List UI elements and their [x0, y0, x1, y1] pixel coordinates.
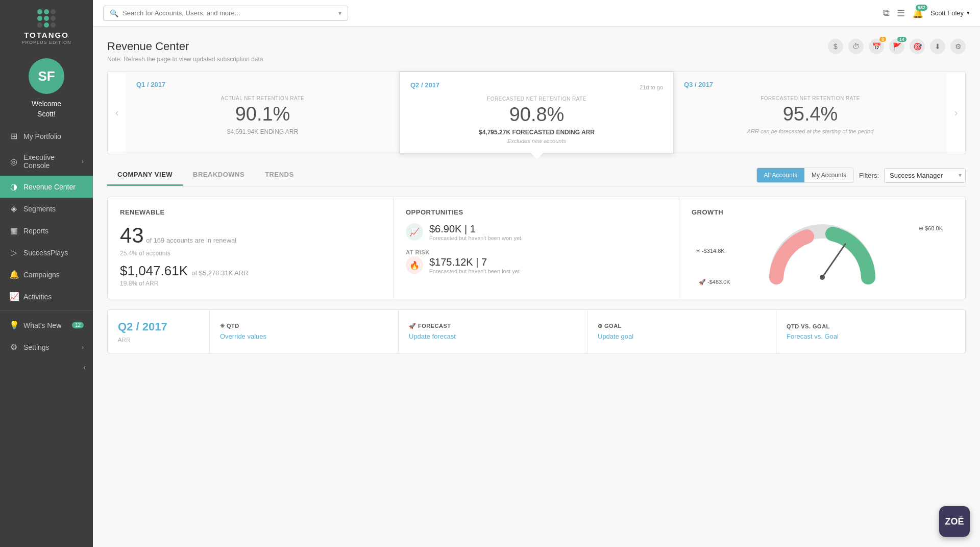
page-header: Revenue Center $ ⏱ 📅8 🚩14 🎯 ⬇ ⚙ Note: Re…: [107, 39, 966, 63]
user-name: Scott Foley: [930, 9, 964, 17]
dot6: [51, 16, 56, 21]
quarter-card-q2[interactable]: Q2 / 2017 21d to go FORECASTED NET RETEN…: [400, 72, 674, 154]
at-risk-row: 🔥 $175.12K | 7 Forecasted but haven't be…: [406, 256, 667, 274]
filter-select-wrap: Success Manager: [884, 168, 966, 183]
tab-breakdowns[interactable]: BREAKDOWNS: [183, 164, 255, 186]
chevron-right-icon: ›: [82, 158, 84, 165]
prev-quarter-button[interactable]: ‹: [108, 72, 126, 154]
renewable-count: 43: [120, 223, 144, 247]
welcome-text: Welcome Scott!: [32, 99, 61, 119]
dot9: [51, 22, 56, 28]
forecast-action[interactable]: Update forecast: [409, 332, 456, 340]
sidebar-item-activities[interactable]: 📈 Activities: [0, 286, 93, 307]
sidebar-item-label: Revenue Center: [23, 183, 84, 191]
all-accounts-button[interactable]: All Accounts: [757, 168, 804, 182]
settings-gear-icon[interactable]: ⚙: [950, 39, 966, 54]
dot4: [37, 16, 42, 21]
metrics-grid: RENEWABLE 43 of 169 accounts are in rene…: [107, 197, 966, 299]
new-tab-icon[interactable]: ⧉: [883, 8, 890, 18]
notification-icon[interactable]: 🔔 982: [912, 8, 923, 19]
opportunity-info: $6.90K | 1 Forecasted but haven't been w…: [429, 223, 521, 241]
quarter-cards: Q1 / 2017 ACTUAL NET RETENTION RATE 90.1…: [126, 72, 947, 154]
quarter-card-q3[interactable]: Q3 / 2017 FORECASTED NET RETENTION RATE …: [674, 72, 947, 154]
at-risk-value: $175.12K | 7: [429, 256, 520, 268]
executive-icon: ◎: [9, 157, 18, 167]
activities-icon: 📈: [9, 292, 18, 301]
sidebar-item-label: Activities: [23, 293, 84, 301]
renewable-count-row: 43 of 169 accounts are in renewal: [120, 223, 381, 248]
sidebar-collapse-button[interactable]: ‹: [0, 358, 93, 376]
topbar-icons: ⧉ ☰ 🔔 982 Scott Foley ▾: [883, 8, 970, 19]
flag-icon[interactable]: 🚩14: [889, 39, 904, 54]
vs-label: QTD VS. GOAL: [787, 323, 830, 329]
vs-action[interactable]: Forecast vs. Goal: [787, 332, 839, 340]
q2-arrow-down: [531, 153, 543, 159]
at-risk-info: $175.12K | 7 Forecasted but haven't been…: [429, 256, 520, 274]
logo-subtitle: PROPLUS EDITION: [21, 40, 71, 45]
tab-company-view[interactable]: COMPANY VIEW: [107, 164, 183, 186]
avatar: SF: [29, 58, 64, 94]
page-title-text: Revenue Center: [107, 40, 189, 53]
q3-arr-note: ARR can be forecasted at the starting of…: [684, 128, 937, 134]
search-box[interactable]: 🔍 ▾: [103, 6, 348, 21]
nav-items: ⊞ My Portfolio ◎ Executive Console › ◑ R…: [0, 125, 93, 547]
search-icon: 🔍: [110, 9, 118, 17]
sidebar-item-revenue[interactable]: ◑ Revenue Center: [0, 176, 93, 198]
whatsnew-icon: 💡: [9, 320, 18, 330]
q2-arr: $4,795.27K FORECASTED ENDING ARR: [410, 129, 663, 136]
dot8: [44, 22, 49, 28]
dot7: [37, 22, 42, 28]
sidebar-item-successplays[interactable]: ▷ SuccessPlays: [0, 242, 93, 264]
renewable-count-sub: 25.4% of accounts: [120, 250, 381, 257]
opportunity-note: Forecasted but haven't been won yet: [429, 235, 521, 241]
q3-rate-value: 95.4%: [684, 103, 937, 125]
zoe-button[interactable]: ZOĒ: [939, 506, 970, 537]
growth-gauge: ⊕ $60.0K ✳ -$314.8K 🚀 -$483.0K: [692, 221, 953, 288]
sidebar-item-whatsnew[interactable]: 💡 What's New 12: [0, 314, 93, 336]
q2-arr-note: Excludes new accounts: [410, 138, 663, 144]
dollar-icon[interactable]: $: [828, 39, 843, 54]
successplays-icon: ▷: [9, 248, 18, 257]
account-toggle: All Accounts My Accounts: [756, 168, 854, 183]
tab-trends[interactable]: TRENDS: [255, 164, 304, 186]
dot3: [51, 9, 56, 14]
sidebar-item-label: Campaigns: [23, 271, 84, 279]
revenue-icon: ◑: [9, 182, 18, 192]
opportunities-icon: 📈: [406, 223, 423, 241]
sidebar-item-campaigns[interactable]: 🔔 Campaigns: [0, 264, 93, 286]
download-icon[interactable]: ⬇: [930, 39, 945, 54]
user-dropdown-icon: ▾: [967, 10, 970, 16]
menu-icon[interactable]: ☰: [897, 8, 905, 19]
calendar-badge: 8: [879, 37, 886, 42]
q2-arr-text: $4,795.27K FORECASTED ENDING ARR: [479, 129, 595, 136]
my-accounts-button[interactable]: My Accounts: [804, 168, 853, 182]
search-dropdown-icon[interactable]: ▾: [338, 10, 341, 17]
dot2: [44, 9, 49, 14]
sidebar-item-segments[interactable]: ◈ Segments: [0, 198, 93, 220]
sidebar-item-label: What's New: [23, 321, 65, 329]
clock-icon[interactable]: ⏱: [848, 39, 864, 54]
search-input[interactable]: [122, 9, 334, 17]
opportunity-row: 📈 $6.90K | 1 Forecasted but haven't been…: [406, 223, 667, 241]
next-quarter-button[interactable]: ›: [947, 72, 965, 154]
flag-badge: 14: [897, 37, 906, 42]
sidebar-item-settings[interactable]: ⚙ Settings ›: [0, 336, 93, 358]
goal-label: ⊕ GOAL: [598, 323, 622, 329]
qtd-action[interactable]: Override values: [220, 332, 266, 340]
target-icon[interactable]: 🎯: [910, 39, 925, 54]
svg-line-0: [822, 244, 845, 277]
q3-header: Q3 / 2017: [684, 81, 937, 92]
sidebar-item-portfolio[interactable]: ⊞ My Portfolio: [0, 125, 93, 147]
settings-icon: ⚙: [9, 342, 18, 352]
bottom-section: Q2 / 2017 ARR ✳ QTD Override values 🚀 FO…: [107, 310, 966, 353]
sidebar-item-reports[interactable]: ▦ Reports: [0, 220, 93, 242]
nav-divider: [0, 311, 93, 311]
goal-action[interactable]: Update goal: [598, 332, 633, 340]
q2-rate-label: FORECASTED NET RETENTION RATE: [410, 96, 663, 102]
user-menu[interactable]: Scott Foley ▾: [930, 9, 970, 17]
success-manager-filter[interactable]: Success Manager: [884, 168, 966, 183]
sidebar-item-executive[interactable]: ◎ Executive Console ›: [0, 147, 93, 176]
calendar-icon[interactable]: 📅8: [869, 39, 884, 54]
at-risk-note: Forecasted but haven't been lost yet: [429, 268, 520, 274]
quarter-card-q1[interactable]: Q1 / 2017 ACTUAL NET RETENTION RATE 90.1…: [126, 72, 400, 154]
